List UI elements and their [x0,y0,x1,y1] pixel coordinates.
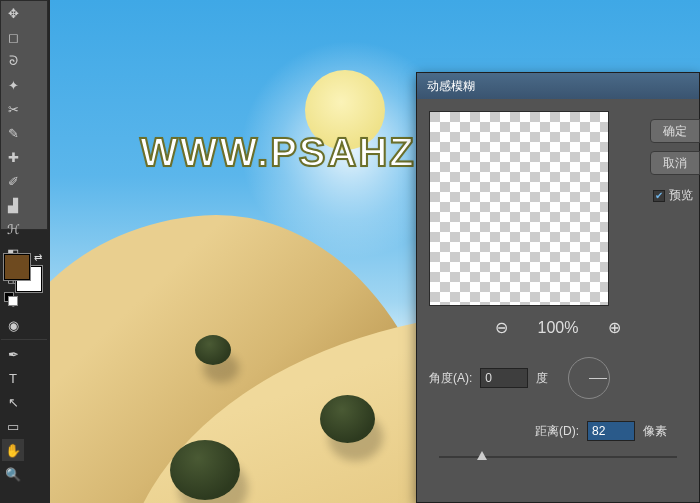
zoom-tool[interactable]: 🔍 [2,463,24,485]
ok-button[interactable]: 确定 [650,119,700,143]
wand-tool[interactable]: ✦ [2,74,24,96]
hand-tool[interactable]: ✋ [2,439,24,461]
zoom-percent: 100% [538,319,579,337]
bush [195,335,231,365]
zoom-in-icon[interactable]: ⊕ [608,318,621,337]
bush [320,395,375,443]
shape-tool[interactable]: ▭ [2,415,24,437]
foreground-swatch[interactable] [4,254,30,280]
brush-tool[interactable]: ✐ [2,170,24,192]
angle-unit: 度 [536,370,548,387]
heal-tool[interactable]: ✚ [2,146,24,168]
slider-track [439,456,677,458]
crop-tool[interactable]: ✂ [2,98,24,120]
preview-checkbox[interactable]: ✔ [653,190,665,202]
angle-dial[interactable] [568,357,610,399]
motion-blur-dialog: 动感模糊 确定 取消 ✔ 预览 ⊖ 100% ⊕ 角度(A): 度 距离(D):… [416,72,700,503]
marquee-tool[interactable]: ◻ [2,26,24,48]
swap-colors-icon[interactable]: ⇄ [34,252,42,263]
history-brush[interactable]: ℋ [2,218,24,240]
bush [170,440,240,500]
color-swatches[interactable]: ⇄ [0,250,48,306]
distance-input[interactable] [587,421,635,441]
zoom-out-icon[interactable]: ⊖ [495,318,508,337]
preview-label: 预览 [669,187,693,204]
cancel-button[interactable]: 取消 [650,151,700,175]
lasso-tool[interactable]: ᘐ [2,50,24,72]
stamp-tool[interactable]: ▟ [2,194,24,216]
angle-input[interactable] [480,368,528,388]
path-tool[interactable]: ↖ [2,391,24,413]
dodge-tool[interactable]: ◉ [2,314,24,336]
type-tool[interactable]: T [2,367,24,389]
default-colors-icon[interactable] [4,292,16,304]
dialog-title[interactable]: 动感模糊 [417,73,699,99]
tool-panel: ✥◻ᘐ✦✂✎✚✐▟ℋ◧◫⬮◉✒T↖▭✋🔍 [0,0,48,230]
distance-label: 距离(D): [535,423,579,440]
distance-unit: 像素 [643,423,667,440]
blur-preview[interactable] [429,111,609,306]
slider-thumb[interactable] [477,451,487,460]
pen-tool[interactable]: ✒ [2,343,24,365]
move-tool[interactable]: ✥ [2,2,24,24]
eyedropper-tool[interactable]: ✎ [2,122,24,144]
angle-label: 角度(A): [429,370,472,387]
distance-slider[interactable] [429,449,687,465]
